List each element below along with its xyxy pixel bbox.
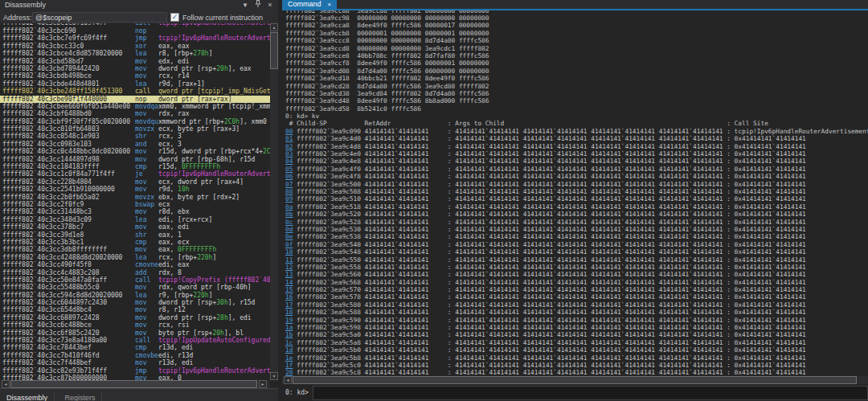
stack-frame-link[interactable]: 19: [285, 317, 293, 324]
disassembly-row[interactable]: fffff802`40c3cc6044897c2430movdword ptr …: [0, 299, 270, 306]
stack-frame-link[interactable]: 05: [285, 166, 293, 173]
disassembly-row[interactable]: fffff802`40c3cc73e8a4180a00calltcpip!Ipp…: [0, 337, 270, 344]
tab-close-icon[interactable]: ×: [328, 1, 332, 8]
disassembly-row[interactable]: fffff802`40c3cc4c4883c208addrdx, 8: [0, 269, 270, 276]
disassembly-row[interactable]: fffff802`40c3cbf6488bd0movrdx, rax: [0, 110, 270, 117]
stack-frame-link[interactable]: 1b: [285, 331, 293, 338]
disassembly-row[interactable]: fffff802`40c3cbf9f30f7f85c0020000movdqux…: [0, 118, 270, 125]
disassembly-row[interactable]: fffff802`40c3cbc690nop: [0, 27, 270, 35]
disassembly-row[interactable]: fffff802`40c3cc348d3c09leaedi, [rcx+rcx]: [0, 216, 270, 223]
address-input[interactable]: [32, 12, 167, 23]
stack-frame-link[interactable]: 18: [285, 309, 293, 316]
stack-frame-link[interactable]: 10: [285, 248, 293, 256]
disassembly-row[interactable]: fffff802`40c3cbde448d4801lear9d, [rax+1]: [0, 80, 270, 88]
stack-frame-link[interactable]: 1e: [285, 354, 293, 362]
stack-frame-link[interactable]: 02: [285, 143, 293, 150]
disassembly-row[interactable]: fffff802`40c3cc55488b55c0movrdx, qword p…: [0, 284, 270, 291]
disassembly-row[interactable]: fffff802`40c3cc50e847a0faffcalltcpip!Cop…: [0, 276, 270, 284]
disassembly-row[interactable]: fffff802`40c3cc68897c2428movdword ptr [r…: [0, 314, 270, 321]
disassembly-row[interactable]: fffff802`40c3cc0c448bbc8dc0020000movr15d…: [0, 148, 270, 155]
disassembly-row[interactable]: fffff802`40c3cbdb498bcemovrcx, r14: [0, 72, 270, 80]
disassembly-row[interactable]: fffff802`40c3cbcc33c0xoreax, eax: [0, 43, 270, 50]
disassembly-row[interactable]: fffff802`40c3cc228b4804movecx, dword ptr…: [0, 178, 270, 186]
stack-frame-link[interactable]: 11: [285, 256, 293, 264]
stack-frame-link[interactable]: 1a: [285, 324, 293, 331]
disassembly-row[interactable]: fffff802`40c3cbee660f6f051a440e00movdqax…: [0, 103, 270, 110]
disassembly-row[interactable]: fffff802`40c3cc39d1e8shreax, 1: [0, 231, 270, 239]
disassembly-row[interactable]: fffff802`40c3cc1444897d98movdword ptr [r…: [0, 156, 270, 163]
disassembly-row[interactable]: fffff802`40c3cc7b410f46fdcmovbeedi, r13d: [0, 352, 270, 359]
disassembly-row[interactable]: fffff802`40c3cc1c0f84a771f4ffjetcpip!Ipv…: [0, 170, 270, 178]
disassembly-row[interactable]: fffff802`40c3cbc1e8f169f4ffcalltcpip!Ipv…: [0, 23, 270, 27]
scroll-left-icon[interactable]: ◄: [284, 376, 292, 384]
disassembly-row[interactable]: fffff802`40c3cc42488d8d20020000learcx, […: [0, 254, 270, 261]
disassembly-row[interactable]: fffff802`40c3cc184183ffffcmpr15d, 0FFFFF…: [0, 163, 270, 170]
stack-frame-link[interactable]: 0e: [285, 233, 293, 240]
disassembly-row[interactable]: fffff802`40c3cc2541b910000000movr9d, 10h: [0, 186, 270, 193]
stack-frame-link[interactable]: 15: [285, 286, 293, 293]
disassembly-row[interactable]: fffff802`40c3cc7f448befmovr13d, edi: [0, 359, 270, 366]
scroll-up-icon[interactable]: ▲: [270, 23, 278, 31]
disassembly-row[interactable]: fffff802`40c3cc594c8d8d20020000lear9, [r…: [0, 292, 270, 299]
disassembly-row[interactable]: fffff802`40c3cc490f45f8cmovneedi, eax: [0, 261, 270, 268]
stack-frame-link[interactable]: 16: [285, 293, 293, 301]
disassembly-row[interactable]: fffff802`40c3cc0548c1e903shrrcx, 3: [0, 133, 270, 140]
stack-frame-link[interactable]: 13: [285, 271, 293, 278]
scroll-left-icon[interactable]: ◄: [2, 380, 10, 388]
disassembly-row[interactable]: fffff802`40c3cbd789442420movdword ptr [r…: [0, 65, 270, 72]
disassembly-vscrollbar[interactable]: ▲ ▼: [270, 23, 278, 380]
disassembly-row[interactable]: fffff802`40c3cbce4c8d8578020000lear8, [r…: [0, 50, 270, 57]
stack-frame-link[interactable]: 0b: [285, 211, 293, 218]
stack-frame-link[interactable]: 14: [285, 279, 293, 286]
pin-icon[interactable]: [252, 0, 264, 10]
chevron-down-icon[interactable]: ▾: [240, 0, 251, 10]
stack-frame-link[interactable]: 08: [285, 188, 293, 195]
disassembly-row[interactable]: fffff802`40c3cc2b0fb65a02movzxebx, byte …: [0, 194, 270, 201]
stack-frame-link[interactable]: 03: [285, 150, 293, 158]
disassembly-row[interactable]: fffff802`40c3cc87b800000000moveax, 0: [0, 374, 270, 380]
disassembly-row[interactable]: fffff802`40c3cc6f885c2420movbyte ptr [rs…: [0, 329, 270, 337]
stack-frame-link[interactable]: 04: [285, 158, 293, 165]
stack-frame-link[interactable]: 0f: [285, 241, 293, 248]
disassembly-row[interactable]: fffff802`40c3cc0983e103andecx, 3: [0, 141, 270, 148]
stack-frame-link[interactable]: 1c: [285, 339, 293, 346]
scroll-right-icon[interactable]: ►: [259, 380, 267, 388]
disassembly-row[interactable]: fffff802`40c3cc378bc7moveax, edi: [0, 223, 270, 231]
hscroll-thumb[interactable]: [293, 376, 857, 384]
stack-frame-link[interactable]: 12: [285, 264, 293, 271]
disassembly-row[interactable]: fffff802`40c3cbe90f1f440000nopdword ptr …: [0, 96, 270, 103]
tab-command[interactable]: Command×: [282, 0, 337, 9]
scroll-down-icon[interactable]: ▼: [270, 372, 278, 380]
disassembly-row[interactable]: fffff802`40c3cc3b3bc1cmpeax, ecx: [0, 239, 270, 246]
disassembly-row[interactable]: fffff802`40c3cc31448bc3movr8d, ebx: [0, 208, 270, 215]
stack-frame-link[interactable]: 0d: [285, 226, 293, 233]
stack-frame-link[interactable]: 0c: [285, 219, 293, 226]
tab-registers[interactable]: Registers: [58, 392, 102, 401]
stack-frame-link[interactable]: 17: [285, 301, 293, 309]
disassembly-row[interactable]: fffff802`40c3cc78443befcmpr13d, edi: [0, 344, 270, 351]
vscroll-thumb[interactable]: [270, 32, 278, 69]
stack-frame-link[interactable]: 06: [285, 173, 293, 180]
disassembly-row[interactable]: fffff802`40c3cbc7e9fc69f4ffjmptcpip!Ipv6…: [0, 35, 270, 42]
disassembly-row[interactable]: fffff802`40c3cc654d8bc4movr8, r12: [0, 306, 270, 313]
disassembly-row[interactable]: fffff802`40c3cc82e93b71f4ffjmptcpip!Ipv6…: [0, 367, 270, 374]
disassembly-listing[interactable]: fffff802`40c3cbc1e8f169f4ffcalltcpip!Ipv…: [0, 23, 270, 380]
stack-frame-link[interactable]: 09: [285, 195, 293, 203]
follow-instruction-checkbox[interactable]: ✓: [170, 13, 179, 22]
stack-frame-link[interactable]: 20: [285, 369, 293, 376]
disassembly-row[interactable]: fffff802`40c3cc3db8ffffffffmoveax, 0FFFF…: [0, 246, 270, 253]
command-hscrollbar[interactable]: ◄: [282, 376, 868, 384]
disassembly-row[interactable]: fffff802`40c3cc2f0fc9bswapecx: [0, 201, 270, 208]
stack-frame-link[interactable]: 00: [285, 128, 293, 135]
command-input[interactable]: [313, 386, 868, 400]
stack-frame-link[interactable]: 0a: [285, 203, 293, 211]
disassembly-row[interactable]: fffff802`40c3cbe248ff158f451300callqword…: [0, 88, 270, 95]
disassembly-row[interactable]: fffff802`40c3cc6c488bcemovrcx, rsi: [0, 321, 270, 329]
stack-frame-link[interactable]: 1d: [285, 346, 293, 354]
stack-frame-link[interactable]: 1f: [285, 362, 293, 369]
disassembly-row[interactable]: fffff802`40c3cbd58bd7movedx, edi: [0, 58, 270, 65]
stack-frame-link[interactable]: 01: [285, 135, 293, 142]
disassembly-hscrollbar[interactable]: ◄ ►: [0, 380, 270, 388]
hscroll-thumb[interactable]: [10, 380, 257, 388]
tab-disassembly[interactable]: Disassembly: [0, 392, 55, 401]
